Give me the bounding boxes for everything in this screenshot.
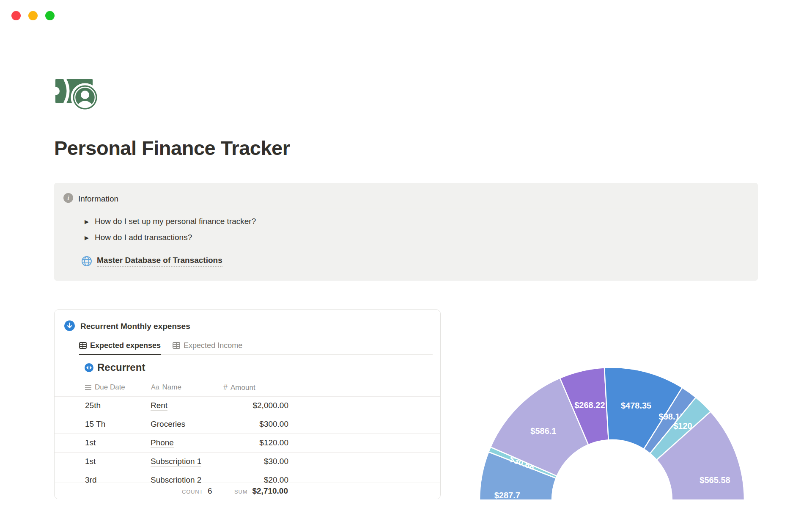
arrow-down-circle-icon xyxy=(64,320,75,333)
name-cell[interactable]: Subscription 1 xyxy=(151,457,201,466)
due-date-cell[interactable]: 15 Th xyxy=(85,420,105,429)
master-database-link[interactable]: Master Database of Transactions xyxy=(81,256,222,267)
count-calc[interactable]: COUNT xyxy=(182,489,203,495)
toggle-triangle-icon[interactable]: ▶ xyxy=(85,218,95,225)
expenses-donut-chart: $287.7$30.68$586.1$268.22$478.35$98.17$1… xyxy=(461,360,782,500)
toggle-label: How do I add transactions? xyxy=(95,233,192,242)
table-row: 15 Th Groceries $300.00 xyxy=(55,415,440,434)
amount-cell[interactable]: $300.00 xyxy=(259,420,288,429)
name-cell[interactable]: Rent xyxy=(151,401,167,410)
info-icon: i xyxy=(63,193,73,203)
column-label: Name xyxy=(162,383,181,392)
page-icon[interactable] xyxy=(55,77,100,113)
text-property-icon: Aa xyxy=(151,384,159,391)
money-banknote-coin-icon xyxy=(55,77,100,111)
amount-cell[interactable]: $2,000.00 xyxy=(252,401,288,410)
toggle-triangle-icon[interactable]: ▶ xyxy=(85,235,95,241)
zoom-window-button[interactable] xyxy=(45,11,55,20)
information-callout: i Information ▶ How do I set up my perso… xyxy=(54,183,758,281)
toggle-setup-question[interactable]: ▶ How do I set up my personal finance tr… xyxy=(85,215,745,228)
notion-window: Personal Finance Tracker i Information ▶… xyxy=(0,0,812,508)
table-calc-footer: COUNT 6 SUM $2,710.00 xyxy=(55,483,440,499)
toggle-add-transactions-question[interactable]: ▶ How do I add transactions? xyxy=(85,231,745,244)
due-date-cell[interactable]: 1st xyxy=(85,457,96,466)
chart-slice-label: $287.7 xyxy=(494,491,520,500)
table-row: 25th Rent $2,000.00 xyxy=(55,396,440,415)
table-icon xyxy=(173,342,180,349)
chart-slice-label: $565.58 xyxy=(700,475,730,485)
database-title[interactable]: Recurrent xyxy=(97,361,145,374)
globe-icon xyxy=(81,256,92,267)
name-cell[interactable]: Groceries xyxy=(151,420,185,429)
callout-title: Information xyxy=(78,194,118,204)
table-row: 1st Phone $120.00 xyxy=(55,433,440,453)
list-lines-icon xyxy=(85,385,91,390)
tab-expected-expenses[interactable]: Expected expenses xyxy=(79,337,161,355)
name-cell[interactable]: Phone xyxy=(151,438,174,447)
due-date-cell[interactable]: 1st xyxy=(85,438,96,447)
column-name[interactable]: Aa Name xyxy=(151,383,181,392)
toggle-label: How do I set up my personal finance trac… xyxy=(95,217,256,226)
due-date-cell[interactable]: 25th xyxy=(85,401,101,410)
amount-cell[interactable]: $30.00 xyxy=(264,457,288,466)
column-amount[interactable]: # Amount xyxy=(223,383,255,392)
sum-value[interactable]: $2,710.00 xyxy=(252,486,288,496)
recurrent-expenses-card: Recurrent Monthly expenses Expected expe… xyxy=(54,309,441,499)
divider xyxy=(77,209,749,209)
master-database-link-label: Master Database of Transactions xyxy=(97,256,222,267)
view-tabs: Expected expenses Expected Income xyxy=(79,337,433,355)
sum-calc[interactable]: SUM xyxy=(234,489,247,495)
arrows-left-right-circle-icon xyxy=(85,363,93,372)
close-window-button[interactable] xyxy=(11,11,21,20)
tab-expected-income[interactable]: Expected Income xyxy=(173,337,242,354)
table-header-row: Due Date Aa Name # Amount xyxy=(55,379,440,397)
column-label: Amount xyxy=(230,384,255,392)
column-due-date[interactable]: Due Date xyxy=(85,383,125,392)
page-title: Personal Finance Tracker xyxy=(54,136,290,160)
chart-slice-label: $268.22 xyxy=(574,400,605,410)
divider xyxy=(77,250,749,250)
tab-label: Expected expenses xyxy=(90,341,161,350)
table-row: 1st Subscription 1 $30.00 xyxy=(55,452,440,471)
count-value[interactable]: 6 xyxy=(208,486,212,496)
chart-slice-label: $478.35 xyxy=(621,401,651,410)
chart-slice-label: $120 xyxy=(673,421,692,431)
amount-cell[interactable]: $120.00 xyxy=(259,438,288,447)
table-icon xyxy=(79,342,87,349)
number-property-icon: # xyxy=(223,383,228,392)
column-label: Due Date xyxy=(95,383,125,392)
tab-label: Expected Income xyxy=(184,341,242,350)
card-title: Recurrent Monthly expenses xyxy=(80,322,190,331)
chart-slice-label: $586.1 xyxy=(530,426,556,436)
minimize-window-button[interactable] xyxy=(28,11,38,20)
